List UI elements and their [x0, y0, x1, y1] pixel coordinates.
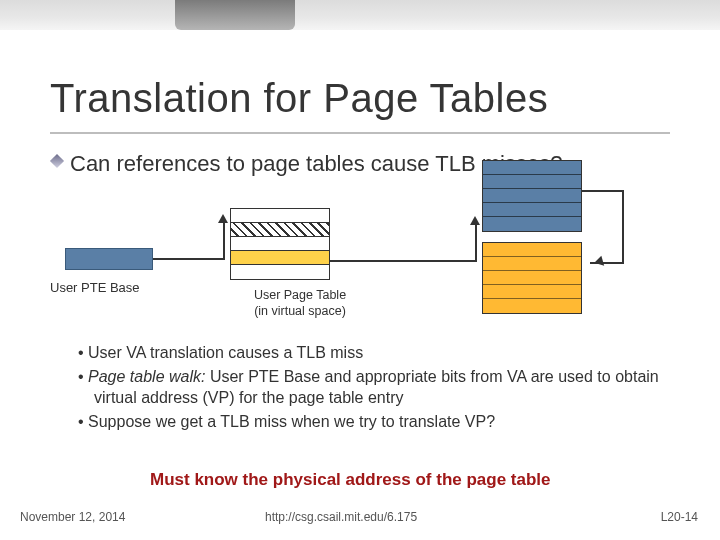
- conclusion-text: Must know the physical address of the pa…: [150, 470, 551, 490]
- footer-date: November 12, 2014: [20, 510, 125, 524]
- arrow-upt-to-blue-tip: [470, 216, 480, 225]
- top-accent-tab: [175, 0, 295, 30]
- top-gradient-bar: [0, 0, 720, 30]
- blue-row: [483, 161, 581, 175]
- upt-row-hatched: [231, 223, 329, 237]
- upt-row: [231, 265, 329, 279]
- title-underline: [50, 132, 670, 134]
- footer-url: http://csg.csail.mit.edu/6.175: [265, 510, 417, 524]
- arrow-blue-to-yellow: [582, 190, 622, 192]
- blue-row: [483, 217, 581, 231]
- upt-row-yellow: [231, 251, 329, 265]
- arrow-upt-to-blue: [330, 260, 475, 262]
- blue-row: [483, 189, 581, 203]
- list-item: User VA translation causes a TLB miss: [78, 342, 678, 364]
- yellow-page-stack: [482, 242, 582, 314]
- yellow-row: [483, 243, 581, 257]
- user-page-table-label: User Page Table (in virtual space): [230, 288, 370, 319]
- diagram-area: User PTE Base User Page Table (in virtua…: [50, 160, 670, 330]
- list-item: Suppose we get a TLB miss when we try to…: [78, 411, 678, 433]
- pte-base-label: User PTE Base: [50, 280, 140, 295]
- footer-page-number: L20-14: [661, 510, 698, 524]
- blue-page-stack: [482, 160, 582, 232]
- arrow-pte-to-upt: [153, 258, 223, 260]
- blue-row: [483, 175, 581, 189]
- yellow-row: [483, 257, 581, 271]
- list-item: Page table walk: User PTE Base and appro…: [78, 366, 678, 409]
- list-item-text: Suppose we get a TLB miss when we try to…: [88, 413, 495, 430]
- user-page-table-stack: [230, 208, 330, 280]
- list-item-text: User VA translation causes a TLB miss: [88, 344, 363, 361]
- body-bullet-list: User VA translation causes a TLB miss Pa…: [78, 342, 678, 434]
- yellow-row: [483, 271, 581, 285]
- upt-row: [231, 237, 329, 251]
- list-item-prefix: Page table walk:: [88, 368, 205, 385]
- upt-row: [231, 209, 329, 223]
- pte-base-box: [65, 248, 153, 270]
- slide-title: Translation for Page Tables: [50, 76, 548, 121]
- arrow-blue-to-yellow-tip: [594, 256, 607, 269]
- yellow-row: [483, 299, 581, 313]
- yellow-row: [483, 285, 581, 299]
- blue-row: [483, 203, 581, 217]
- arrow-pte-to-upt-tip: [218, 214, 228, 223]
